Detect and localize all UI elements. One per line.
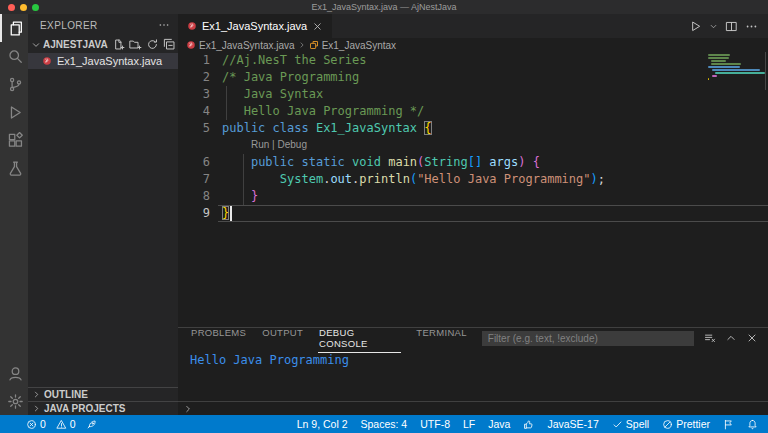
activity-item-explorer[interactable]	[0, 14, 28, 42]
code-text: }	[222, 188, 258, 205]
refresh-icon[interactable]	[146, 38, 159, 51]
rocket-icon	[86, 419, 97, 430]
sidebar-section-java-projects[interactable]: JAVA PROJECTS	[28, 401, 178, 415]
panel-tabs: PROBLEMSOUTPUTDEBUG CONSOLETERMINAL	[190, 324, 482, 353]
status-0[interactable]: 0	[26, 418, 46, 430]
status-bar: 00 Ln 9, Col 2Spaces: 4UTF-8LFJavaJavaSE…	[0, 415, 768, 433]
collapse-all-icon[interactable]	[163, 38, 176, 51]
panel-tab-debug-console[interactable]: DEBUG CONSOLE	[318, 324, 401, 353]
activity-item-extensions[interactable]	[0, 126, 28, 154]
code-line-3: 3 Java Syntax	[178, 86, 768, 103]
status-thumbsup-icon[interactable]	[523, 419, 534, 430]
chevron-right-icon	[32, 404, 41, 413]
codelens-run-debug[interactable]: Run | Debug	[178, 137, 768, 154]
more-actions-icon[interactable]	[158, 19, 170, 31]
status-java[interactable]: Java	[488, 418, 510, 430]
status-javase-17[interactable]: JavaSE-17	[547, 418, 598, 430]
code-text: System.out.println("Hello Java Programmi…	[222, 171, 605, 188]
files-icon	[7, 20, 24, 37]
ellipsis-icon[interactable]	[745, 20, 758, 33]
code-line-4: 4 Hello Java Programming */	[178, 103, 768, 120]
maximize-panel-icon[interactable]	[725, 332, 737, 344]
line-number: 6	[178, 154, 222, 171]
activity-item-accounts[interactable]	[0, 359, 28, 387]
split-editor-icon[interactable]	[725, 20, 738, 33]
status-label: JavaSE-17	[547, 418, 598, 430]
run-icon[interactable]	[689, 20, 702, 33]
activity-bar-spacer	[0, 182, 28, 359]
feedback-icon	[723, 419, 734, 430]
activity-item-run-and-debug[interactable]	[0, 98, 28, 126]
status-label: Spell	[626, 418, 649, 430]
status-0[interactable]: 0	[56, 418, 76, 430]
settings-gear-icon	[7, 393, 24, 410]
code-lines: 1//Aj.NesT the Series2/* Java Programmin…	[178, 52, 768, 222]
breadcrumb-item-ex1-javasyntax-java[interactable]: Ex1_JavaSyntax.java	[186, 40, 295, 51]
code-text: }	[222, 205, 229, 222]
explorer-sidebar: EXPLORER AJNESTJAVA Ex1_JavaSyntax.java …	[28, 14, 178, 415]
text-cursor	[230, 206, 232, 221]
activity-item-search[interactable]	[0, 42, 28, 70]
panel-header: PROBLEMSOUTPUTDEBUG CONSOLETERMINAL	[178, 328, 768, 348]
sidebar-title: EXPLORER	[40, 20, 98, 31]
code-text: Java Syntax	[222, 86, 323, 103]
new-file-icon[interactable]	[112, 38, 125, 51]
close-panel-icon[interactable]	[746, 332, 758, 344]
source-control-icon	[7, 76, 24, 93]
code-text: public static void main(String[] args) {	[222, 154, 540, 171]
panel-tab-output[interactable]: OUTPUT	[261, 324, 304, 353]
testing-icon	[7, 160, 24, 177]
chevron-down-icon[interactable]	[709, 22, 718, 31]
clear-console-icon[interactable]	[704, 332, 716, 344]
line-number: 5	[178, 120, 222, 137]
panel-tab-problems[interactable]: PROBLEMS	[190, 324, 247, 353]
status-prettier[interactable]: Prettier	[662, 418, 710, 430]
panel-actions	[694, 332, 768, 344]
title-bar: Ex1_JavaSyntax.java — AjNestJava	[0, 0, 768, 14]
debug-filter-input[interactable]	[482, 331, 694, 346]
file-item-ex1-javasyntax-java[interactable]: Ex1_JavaSyntax.java	[28, 53, 178, 69]
tab-ex1-javasyntax[interactable]: Ex1_JavaSyntax.java	[178, 14, 332, 38]
status-utf-8[interactable]: UTF-8	[420, 418, 450, 430]
status-rocket-icon[interactable]	[86, 419, 97, 430]
chevron-right-icon	[32, 390, 41, 399]
status-label: Spaces: 4	[361, 418, 408, 430]
debug-console-repl-input[interactable]	[178, 401, 768, 415]
status-spaces-4[interactable]: Spaces: 4	[361, 418, 408, 430]
java-file-icon	[186, 40, 196, 50]
activity-item-manage[interactable]	[0, 387, 28, 415]
class-symbol-icon	[309, 40, 319, 50]
status-feedback-icon[interactable]	[723, 419, 734, 430]
code-editor[interactable]: 1//Aj.NesT the Series2/* Java Programmin…	[178, 52, 768, 327]
explorer-section-header[interactable]: AJNESTJAVA	[28, 36, 178, 53]
sidebar-section-outline[interactable]: OUTLINE	[28, 387, 178, 401]
tab-bar: Ex1_JavaSyntax.java	[178, 14, 768, 38]
search-icon	[7, 48, 24, 65]
breadcrumb-item-ex1-javasyntax[interactable]: Ex1_JavaSyntax	[309, 40, 397, 51]
file-list: Ex1_JavaSyntax.java	[28, 53, 178, 69]
warning-icon	[56, 419, 67, 430]
activity-item-testing[interactable]	[0, 154, 28, 182]
status-spell[interactable]: Spell	[612, 418, 649, 430]
activity-bar-bottom	[0, 359, 28, 415]
window-title: Ex1_JavaSyntax.java — AjNestJava	[0, 2, 768, 12]
thumbsup-icon	[523, 419, 534, 430]
breadcrumb-label: Ex1_JavaSyntax	[322, 40, 397, 51]
new-folder-icon[interactable]	[129, 38, 142, 51]
java-file-icon	[187, 21, 197, 31]
editor-group: Ex1_JavaSyntax.java Ex1_JavaSyntax.javaE…	[178, 14, 768, 415]
code-text: Hello Java Programming */	[222, 103, 424, 120]
check-icon	[612, 419, 623, 430]
close-tab-icon[interactable]	[312, 21, 323, 32]
section-label: JAVA PROJECTS	[44, 403, 126, 414]
section-label: OUTLINE	[44, 389, 88, 400]
status-ln-9-col-2[interactable]: Ln 9, Col 2	[297, 418, 348, 430]
status-bell-icon[interactable]	[747, 419, 758, 430]
panel-tab-terminal[interactable]: TERMINAL	[415, 324, 467, 353]
code-line-6: 6 public static void main(String[] args)…	[178, 154, 768, 171]
editor-actions	[689, 14, 768, 38]
status-lf[interactable]: LF	[463, 418, 475, 430]
tab-label: Ex1_JavaSyntax.java	[202, 20, 307, 32]
activity-item-source-control[interactable]	[0, 70, 28, 98]
status-right: Ln 9, Col 2Spaces: 4UTF-8LFJavaJavaSE-17…	[284, 418, 758, 430]
